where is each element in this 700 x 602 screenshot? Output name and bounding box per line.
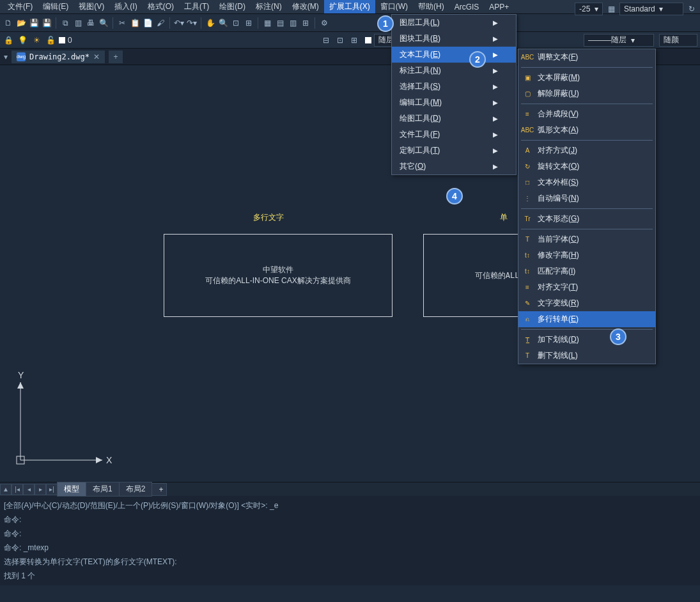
close-icon[interactable]: ✕	[93, 52, 100, 61]
open-icon[interactable]: 📂	[15, 17, 27, 29]
submenu-item[interactable]: t↕修改字高(H)	[518, 247, 655, 263]
menu-item[interactable]: 选择工具(S)▶	[392, 79, 516, 95]
main-toolbar: 🗋 📂 💾 💾 ⧉ ▥ 🖶 🔍 ✂ 📋 📄 🖌 ↶▾ ↷▾ ✋ 🔍 ⊡ ⊞ ▦ …	[0, 14, 700, 32]
menu-8[interactable]: 修改(M)	[287, 0, 324, 13]
menu-11[interactable]: 帮助(H)	[413, 0, 449, 13]
menu-icon: t↕	[522, 251, 533, 261]
nav-prev[interactable]: ◂	[23, 484, 35, 495]
menu-3[interactable]: 插入(I)	[109, 0, 142, 13]
menu-5[interactable]: 工具(T)	[179, 0, 214, 13]
linetype-combo[interactable]: ——— 随层 ▾	[584, 34, 654, 47]
box1-line1: 中望软件	[164, 265, 392, 275]
print-icon[interactable]: 🖶	[85, 17, 97, 29]
copy2-icon[interactable]: 📋	[129, 17, 141, 29]
paste-icon[interactable]: 📄	[142, 17, 153, 29]
grid2-icon[interactable]: ▤	[274, 17, 286, 29]
zoomwin-icon[interactable]: ⊡	[230, 17, 242, 29]
grid1-icon[interactable]: ▦	[261, 17, 273, 29]
cut-icon[interactable]: ✂	[116, 17, 128, 29]
nav-last[interactable]: ▸|	[46, 484, 58, 495]
color-swatch2[interactable]	[365, 37, 371, 43]
submenu-item[interactable]: ≡合并成段(V)	[518, 106, 655, 122]
menu-item[interactable]: 绘图工具(D)▶	[392, 111, 516, 127]
menu-2[interactable]: 视图(V)	[74, 0, 109, 13]
file-tab[interactable]: dwg Drawing2.dwg* ✕	[12, 50, 105, 63]
preview-icon[interactable]: 🔍	[98, 17, 109, 29]
menu-item[interactable]: 其它(O)▶	[392, 158, 516, 174]
menu-1[interactable]: 编辑(E)	[38, 0, 74, 13]
submenu-item[interactable]: ↻旋转文本(O)	[518, 158, 655, 174]
saveall-icon[interactable]: 💾	[41, 17, 52, 29]
menu-10[interactable]: 窗口(W)	[375, 0, 413, 13]
layers-icon[interactable]: ▥	[72, 17, 84, 29]
new-icon[interactable]: 🗋	[3, 17, 14, 29]
submenu-item[interactable]: ▢解除屏蔽(U)	[518, 86, 655, 102]
menu-0[interactable]: 文件(F)	[3, 0, 38, 13]
menu-4[interactable]: 格式(O)	[143, 0, 179, 13]
redo-icon[interactable]: ↷▾	[186, 17, 198, 29]
submenu-item[interactable]: ABC弧形文本(A)	[518, 122, 655, 138]
submenu-item[interactable]: A对齐方式(J)	[518, 143, 655, 158]
menu-item[interactable]: 图块工具(B)▶	[392, 31, 516, 47]
save-icon[interactable]: 💾	[28, 17, 40, 29]
tab-layout2[interactable]: 布局2	[119, 482, 153, 497]
style-num-combo[interactable]: -25 ▾	[575, 3, 603, 15]
new-tab-button[interactable]: +	[109, 50, 123, 63]
menu-13[interactable]: APP+	[484, 1, 514, 13]
menu-item[interactable]: 编辑工具(M)▶	[392, 95, 516, 111]
grid4-icon[interactable]: ⊞	[300, 17, 311, 29]
lprev-icon[interactable]: ⊟	[320, 35, 332, 46]
brush-icon[interactable]: 🖌	[155, 17, 166, 29]
submenu-item[interactable]: ⎌多行转单(E)	[518, 311, 655, 327]
copy-icon[interactable]: ⧉	[59, 17, 71, 29]
scroll-up[interactable]: ▲	[0, 484, 12, 495]
submenu-item[interactable]: T删下划线(L)	[518, 348, 655, 364]
tab-layout1[interactable]: 布局1	[86, 482, 120, 497]
menu-item[interactable]: 图层工具(L)▶	[392, 15, 516, 31]
lctr-icon[interactable]: ⊡	[334, 35, 346, 46]
menu-9[interactable]: 扩展工具(X)	[324, 0, 375, 13]
command-line[interactable]: [全部(A)/中心(C)/动态(D)/范围(E)/上一个(P)/比例(S)/窗口…	[0, 496, 700, 585]
submenu-item[interactable]: t↕匹配字高(I)	[518, 263, 655, 279]
menu-item[interactable]: 文本工具(E)▶	[392, 47, 516, 63]
lock-icon[interactable]: 🔒	[3, 35, 14, 46]
standard-combo[interactable]: Standard ▾	[619, 3, 683, 15]
sun-icon[interactable]: ☀	[31, 35, 42, 46]
zoom-icon[interactable]: 🔍	[217, 17, 229, 29]
menu-item[interactable]: 标注工具(N)▶	[392, 63, 516, 79]
lineweight-combo[interactable]: 随颜	[659, 34, 697, 47]
tab-add[interactable]: +	[152, 483, 167, 496]
axis-y-label: Y	[18, 371, 24, 380]
submenu-item[interactable]: ▣文本屏蔽(M)	[518, 70, 655, 86]
undo-icon[interactable]: ↶▾	[173, 17, 185, 29]
menu-12[interactable]: ArcGIS	[449, 1, 485, 13]
lock2-icon[interactable]: 🔓	[45, 35, 56, 46]
pan-icon[interactable]: ✋	[205, 17, 216, 29]
grid3-icon[interactable]: ▥	[287, 17, 299, 29]
submenu-item[interactable]: □文本外框(S)	[518, 174, 655, 190]
nav-next[interactable]: ▸	[35, 484, 46, 495]
submenu-item[interactable]: ⋮自动编号(N)	[518, 190, 655, 206]
bulb-icon[interactable]: 💡	[17, 35, 28, 46]
submenu-item[interactable]: ✎文字变线(R)	[518, 295, 655, 311]
color-swatch[interactable]	[59, 37, 65, 43]
zoomext-icon[interactable]: ⊞	[243, 17, 254, 29]
submenu-item[interactable]: ≡对齐文字(T)	[518, 279, 655, 295]
menu-item[interactable]: 定制工具(T)▶	[392, 143, 516, 158]
submenu-item[interactable]: Tr文本形态(G)	[518, 211, 655, 227]
submenu-item[interactable]: T当前字体(C)	[518, 231, 655, 247]
tab-menu-icon[interactable]: ▾	[4, 52, 8, 61]
menu-icon: ABC	[522, 125, 533, 135]
submenu-item[interactable]: T̲加下划线(D)	[518, 332, 655, 348]
nav-first[interactable]: |◂	[12, 484, 23, 495]
lnext-icon[interactable]: ⊞	[348, 35, 360, 46]
tab-model[interactable]: 模型	[57, 482, 86, 497]
menu-item[interactable]: 文件工具(F)▶	[392, 127, 516, 143]
text-box-multiline[interactable]: 中望软件 可信赖的ALL-IN-ONE CAX解决方案提供商	[164, 234, 393, 317]
menu-7[interactable]: 标注(N)	[251, 0, 287, 13]
tool-icon[interactable]: ⚙	[318, 17, 330, 29]
refresh-icon[interactable]: ↻	[686, 3, 697, 15]
style-icon[interactable]: ▦	[605, 3, 617, 15]
submenu-item[interactable]: ABC调整文本(F)	[518, 49, 655, 65]
menu-6[interactable]: 绘图(D)	[214, 0, 251, 13]
